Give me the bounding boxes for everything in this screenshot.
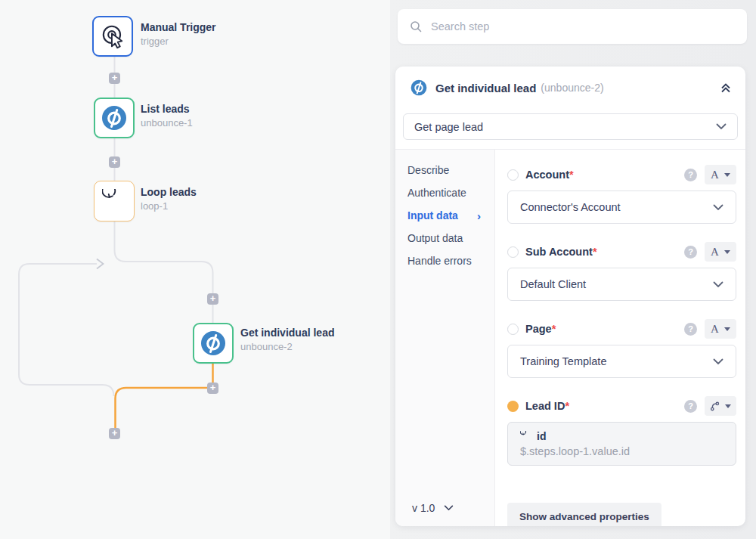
chevron-down-icon xyxy=(713,281,723,288)
sub-account-select[interactable]: Default Client xyxy=(507,268,736,301)
operation-select[interactable]: Get page lead xyxy=(403,113,738,140)
version-label: v 1.0 xyxy=(412,502,435,514)
tab-input-data[interactable]: Input data xyxy=(395,204,494,227)
help-icon[interactable] xyxy=(684,169,697,181)
help-icon[interactable] xyxy=(684,246,697,259)
caret-down-icon xyxy=(724,250,730,254)
select-value: Connector's Account xyxy=(520,201,621,213)
field-state-radio[interactable] xyxy=(507,169,519,181)
node-subtitle: unbounce-2 xyxy=(240,341,334,352)
field-state-radio[interactable] xyxy=(507,324,519,335)
search-input[interactable] xyxy=(431,20,735,33)
caret-down-icon xyxy=(724,173,730,177)
config-nav: Describe Authenticate Input data Output … xyxy=(395,150,495,526)
field-lead-id: Lead ID* xyxy=(507,396,736,466)
loop-icon xyxy=(102,189,126,213)
node-title: List leads xyxy=(141,103,193,115)
manual-trigger-icon xyxy=(99,23,126,50)
chevron-down-icon xyxy=(444,505,454,511)
operation-value: Get page lead xyxy=(414,121,483,133)
unbounce-icon xyxy=(411,79,427,96)
jsonpath-source: id xyxy=(520,430,723,442)
add-step-button-1[interactable] xyxy=(109,73,120,84)
field-type-button[interactable]: A xyxy=(705,319,736,339)
node-title: Loop leads xyxy=(141,186,197,198)
required-asterisk: * xyxy=(552,323,556,335)
tab-label: Authenticate xyxy=(407,187,466,199)
add-step-button-5[interactable] xyxy=(109,428,120,439)
node-label-list-leads: List leads unbounce-1 xyxy=(141,103,193,129)
chevrons-up-icon xyxy=(720,82,732,94)
chevron-down-icon xyxy=(716,123,727,130)
unbounce-icon xyxy=(101,105,127,131)
chevron-down-icon xyxy=(713,358,723,365)
jsonpath-expression: $.steps.loop-1.value.id xyxy=(520,445,723,457)
field-page: Page* A Training Template xyxy=(507,319,736,378)
node-subtitle: loop-1 xyxy=(141,200,197,212)
workflow-connectors xyxy=(0,0,390,539)
add-step-button-2[interactable] xyxy=(109,156,120,168)
field-label: Page* xyxy=(525,323,556,335)
text-type-icon: A xyxy=(711,169,719,181)
field-type-button[interactable]: A xyxy=(705,165,736,184)
node-loop-leads[interactable] xyxy=(94,181,135,221)
add-step-button-3[interactable] xyxy=(207,293,218,305)
help-icon[interactable] xyxy=(684,323,697,336)
node-get-individual-lead[interactable] xyxy=(193,323,234,364)
tab-label: Describe xyxy=(407,164,449,176)
node-label-loop-leads: Loop leads loop-1 xyxy=(141,186,197,212)
caret-down-icon xyxy=(724,327,730,331)
required-asterisk: * xyxy=(565,400,569,412)
field-label: Sub Account* xyxy=(525,246,597,258)
field-state-filled-dot[interactable] xyxy=(507,401,519,412)
account-select[interactable]: Connector's Account xyxy=(507,191,736,224)
tab-authenticate[interactable]: Authenticate xyxy=(395,181,494,204)
caret-down-icon xyxy=(725,404,731,408)
required-asterisk: * xyxy=(593,246,597,258)
input-data-form: Account* A Connector's Account xyxy=(495,150,745,526)
search-bar xyxy=(398,9,747,44)
text-type-icon: A xyxy=(711,246,719,259)
tab-handle-errors[interactable]: Handle errors xyxy=(395,249,494,272)
tab-label: Handle errors xyxy=(407,255,472,267)
show-advanced-properties-button[interactable]: Show advanced properties xyxy=(507,503,662,526)
lead-id-jsonpath-value[interactable]: id $.steps.loop-1.value.id xyxy=(507,422,736,466)
step-id: (unbounce-2) xyxy=(541,82,603,94)
add-step-button-4[interactable] xyxy=(207,383,218,394)
collapse-panel-button[interactable] xyxy=(720,82,732,94)
jsonpath-property-name: id xyxy=(537,430,546,442)
tab-describe[interactable]: Describe xyxy=(395,159,494,181)
step-config-panel: Get individual lead (unbounce-2) Get pag… xyxy=(395,67,745,526)
select-value: Training Template xyxy=(520,355,606,367)
field-account: Account* A Connector's Account xyxy=(507,165,736,224)
field-head: Page* A xyxy=(507,319,736,339)
select-value: Default Client xyxy=(520,278,586,290)
help-icon[interactable] xyxy=(684,400,697,413)
loop-icon xyxy=(520,431,531,441)
node-title: Get individual lead xyxy=(240,327,334,339)
field-label: Account* xyxy=(525,169,574,181)
field-head: Account* A xyxy=(507,165,736,184)
page-select[interactable]: Training Template xyxy=(507,345,736,378)
version-selector[interactable]: v 1.0 xyxy=(412,502,454,514)
tab-label: Output data xyxy=(407,232,463,244)
field-state-radio[interactable] xyxy=(507,246,519,258)
unbounce-icon xyxy=(200,330,226,356)
text-type-icon: A xyxy=(711,323,719,336)
tab-output-data[interactable]: Output data xyxy=(395,227,494,249)
step-header: Get individual lead (unbounce-2) xyxy=(395,67,745,109)
step-config-body: Describe Authenticate Input data Output … xyxy=(395,149,745,526)
node-subtitle: unbounce-1 xyxy=(141,117,193,129)
loop-back-arrow-icon xyxy=(97,259,104,269)
node-list-leads[interactable] xyxy=(94,98,135,138)
field-head: Lead ID* xyxy=(507,396,736,416)
node-subtitle: trigger xyxy=(141,36,216,47)
field-type-button[interactable]: A xyxy=(705,242,736,262)
node-title: Manual Trigger xyxy=(141,21,216,33)
chevron-right-icon xyxy=(477,209,481,222)
step-title: Get individual lead xyxy=(435,82,536,94)
field-type-button[interactable] xyxy=(705,396,736,416)
node-manual-trigger[interactable] xyxy=(92,16,133,57)
node-label-manual-trigger: Manual Trigger trigger xyxy=(141,21,216,47)
field-sub-account: Sub Account* A Default Client xyxy=(507,242,736,301)
